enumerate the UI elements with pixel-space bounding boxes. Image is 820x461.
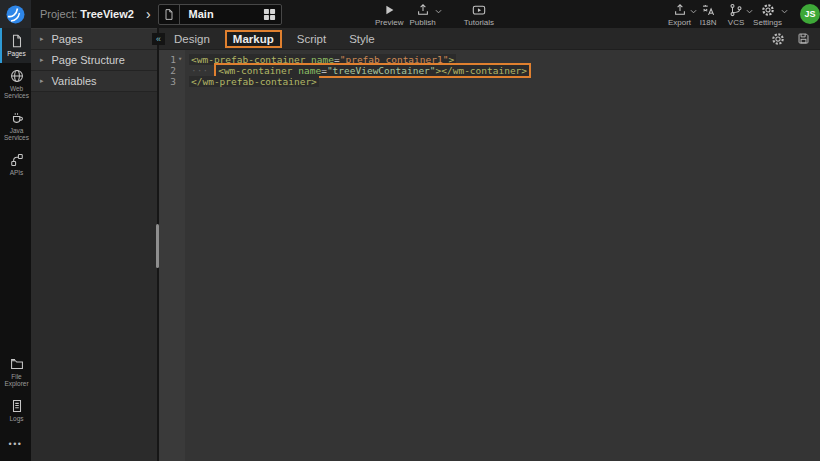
preview-label: Preview <box>375 19 403 27</box>
panel-section-pages[interactable]: ▸ Pages <box>31 29 157 50</box>
collapsed-triangle-icon: ▸ <box>40 56 44 64</box>
rail-item-java-services[interactable]: Java Services <box>0 105 31 147</box>
page-tab-main[interactable]: Main <box>158 4 282 25</box>
tab-script[interactable]: Script <box>289 30 334 48</box>
code-editor[interactable]: 1 ▾ <wm-prefab-container name="prefab_co… <box>159 50 820 461</box>
publish-button[interactable]: Publish <box>406 0 438 28</box>
panel-section-variables[interactable]: ▸ Variables <box>31 71 157 92</box>
settings-label: Settings <box>753 19 782 27</box>
chevron-down-icon <box>781 9 788 14</box>
editor-tools <box>771 32 820 46</box>
main-body: Pages Web Services Java Services APIs Fi… <box>0 28 820 461</box>
rail-item-label: Pages <box>7 50 25 58</box>
wavemaker-logo-icon <box>6 5 25 24</box>
gear-icon <box>761 3 775 17</box>
preview-button[interactable]: Preview <box>372 0 406 28</box>
rail-item-pages[interactable]: Pages <box>0 28 31 63</box>
rail-item-label: Logs <box>9 415 23 423</box>
panel-section-label: Variables <box>52 75 97 87</box>
rail-item-logs[interactable]: Logs <box>0 393 31 428</box>
api-icon <box>10 153 24 167</box>
pages-side-panel: ▸ Pages ▸ Page Structure ▸ Variables « <box>31 28 159 461</box>
editor-area: DesignMarkupScriptStyle <box>159 28 820 461</box>
topbar-right-actions: Export I18N VCS Settings <box>665 0 792 28</box>
tab-design[interactable]: Design <box>166 30 218 48</box>
line-number: 3 <box>170 76 176 87</box>
branch-icon <box>729 3 743 17</box>
panel-collapse-button[interactable]: « <box>152 33 165 45</box>
rail-item-label: Web Services <box>2 85 31 100</box>
page-tab-label: Main <box>180 8 263 20</box>
translate-icon <box>701 3 715 17</box>
settings-button[interactable]: Settings <box>750 0 785 28</box>
code-line[interactable]: 3 </wm-prefab-container> <box>159 76 820 87</box>
tutorials-button[interactable]: Tutorials <box>461 0 497 28</box>
line-gutter: 3 <box>159 76 185 87</box>
project-name: TreeView2 <box>80 8 134 20</box>
log-icon <box>10 399 24 413</box>
save-icon[interactable] <box>797 32 810 45</box>
rail-top-items: Pages Web Services Java Services APIs <box>0 28 31 181</box>
panel-section-page-structure[interactable]: ▸ Page Structure <box>31 50 157 71</box>
rail-item-web-services[interactable]: Web Services <box>0 63 31 105</box>
chevron-down-icon <box>435 9 442 14</box>
wavemaker-studio: Project:TreeView2 › Main Preview Publish <box>0 0 820 461</box>
more-menu-button[interactable]: ••• <box>0 427 31 461</box>
line-gutter: 2 <box>159 65 185 76</box>
rail-item-apis[interactable]: APIs <box>0 147 31 182</box>
vcs-label: VCS <box>728 19 744 27</box>
project-breadcrumb: Project:TreeView2 <box>40 8 134 20</box>
tab-style[interactable]: Style <box>341 30 383 48</box>
panel-sections: ▸ Pages ▸ Page Structure ▸ Variables <box>31 28 157 92</box>
rail-item-label: Java Services <box>2 127 31 142</box>
collapsed-triangle-icon: ▸ <box>40 77 44 85</box>
left-icon-rail: Pages Web Services Java Services APIs Fi… <box>0 28 31 461</box>
folder-icon <box>10 357 24 371</box>
grid-layout-icon[interactable] <box>263 8 281 21</box>
i18n-button[interactable]: I18N <box>694 0 722 28</box>
coffee-icon <box>10 111 24 125</box>
project-label: Project: <box>40 8 77 20</box>
top-bar: Project:TreeView2 › Main Preview Publish <box>0 0 820 28</box>
file-icon <box>10 34 24 48</box>
code-line[interactable]: 2 ···<wm-container name="treeViewContain… <box>159 65 820 76</box>
i18n-label: I18N <box>700 19 717 27</box>
upload-icon <box>673 3 687 17</box>
collapsed-triangle-icon: ▸ <box>40 35 44 43</box>
tab-markup[interactable]: Markup <box>225 30 282 48</box>
panel-section-label: Page Structure <box>52 54 125 66</box>
code-text: </wm-prefab-container> <box>189 76 319 87</box>
rail-bottom-items: File Explorer Logs <box>0 351 31 428</box>
panel-resize-handle[interactable] <box>156 224 159 268</box>
video-icon <box>472 3 486 17</box>
chevron-right-icon[interactable]: › <box>146 0 151 28</box>
panel-section-label: Pages <box>52 33 83 45</box>
markup-settings-icon[interactable] <box>771 32 785 46</box>
tutorials-label: Tutorials <box>464 19 494 27</box>
user-avatar[interactable]: JS <box>800 4 820 24</box>
export-button[interactable]: Export <box>665 0 694 28</box>
globe-icon <box>10 69 24 83</box>
editor-tabs: DesignMarkupScriptStyle <box>159 30 383 48</box>
wavemaker-logo[interactable] <box>0 0 31 28</box>
rail-item-file-explorer[interactable]: File Explorer <box>0 351 31 393</box>
line-number: 2 <box>170 65 176 76</box>
page-doc-icon[interactable] <box>159 5 180 24</box>
upload-icon <box>416 3 430 17</box>
fold-arrow-icon[interactable]: ▾ <box>176 54 184 65</box>
gutter-column <box>159 50 185 461</box>
code-lines: 1 ▾ <wm-prefab-container name="prefab_co… <box>159 54 820 87</box>
editor-tab-strip: DesignMarkupScriptStyle <box>159 28 820 50</box>
topbar-center-actions: Preview Publish Tutorials <box>372 0 497 28</box>
rail-item-label: APIs <box>10 169 24 177</box>
indent-whitespace: ··· <box>189 65 210 76</box>
rail-item-label: File Explorer <box>2 373 31 388</box>
vcs-button[interactable]: VCS <box>722 0 750 28</box>
play-icon <box>382 3 396 17</box>
line-gutter: 1 ▾ <box>159 54 185 65</box>
publish-label: Publish <box>409 19 435 27</box>
export-label: Export <box>668 19 691 27</box>
